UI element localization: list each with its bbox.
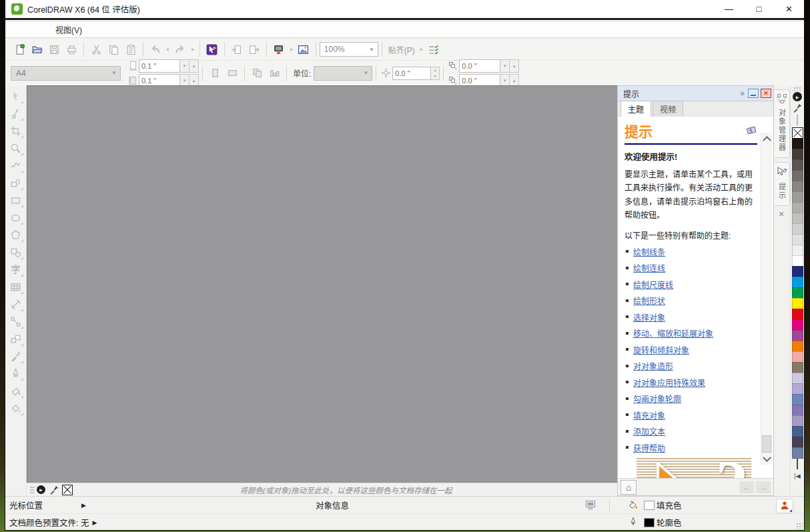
topic-link[interactable]: 移动、缩放和延展对象 (633, 327, 713, 339)
polygon-tool[interactable] (7, 226, 25, 243)
color-swatch[interactable] (792, 394, 803, 405)
color-swatch[interactable] (792, 373, 803, 384)
docker-minimize-button[interactable] (748, 89, 759, 98)
launcher-dropdown-icon[interactable]: ▼ (289, 47, 294, 52)
tab-topics[interactable]: 主题 (621, 101, 651, 117)
zoom-tool[interactable] (7, 139, 25, 157)
paste-button[interactable] (122, 41, 139, 58)
copy-button[interactable] (105, 41, 122, 58)
color-swatch[interactable] (792, 234, 803, 245)
docker-collapse-icon[interactable]: » (740, 89, 745, 98)
eyedropper-icon[interactable] (49, 485, 59, 495)
color-proof-icon[interactable] (584, 500, 596, 510)
topic-link[interactable]: 绘制形状 (633, 295, 665, 306)
fill-tool[interactable] (7, 382, 25, 399)
no-color-swatch[interactable] (792, 127, 803, 139)
undo-button[interactable] (147, 41, 164, 58)
freehand-tool[interactable] (7, 157, 25, 174)
topic-link[interactable]: 添加文本 (633, 425, 665, 437)
portrait-button[interactable] (206, 65, 224, 82)
color-swatch[interactable] (792, 447, 803, 459)
help-book-icon[interactable]: ? (745, 123, 757, 139)
color-swatch[interactable] (792, 213, 803, 224)
color-swatch[interactable] (792, 149, 803, 160)
topic-link[interactable]: 绘制连线 (633, 262, 665, 273)
palette-scroll-up-icon[interactable] (797, 116, 798, 125)
color-swatch[interactable] (792, 298, 803, 309)
palette-flyout-icon[interactable]: ▶ (37, 485, 45, 494)
color-swatch[interactable] (792, 405, 803, 416)
scroll-up-button[interactable] (761, 133, 772, 143)
color-swatch[interactable] (792, 362, 803, 373)
shape-tool[interactable] (7, 105, 25, 122)
basic-shapes-tool[interactable] (7, 243, 25, 261)
cursor-position-expand-icon[interactable]: ▶ (81, 502, 86, 509)
application-launcher-button[interactable] (270, 41, 288, 58)
crop-tool[interactable] (7, 122, 25, 139)
color-eyedropper-tool[interactable] (7, 347, 25, 365)
topic-link[interactable]: 对对象应用特殊效果 (633, 377, 705, 388)
color-swatch[interactable] (792, 255, 803, 267)
outline-pen-tool[interactable] (7, 365, 25, 382)
pick-tool[interactable] (7, 87, 25, 105)
duplicate-x-field[interactable]: 0.0 " (459, 59, 500, 73)
color-swatch[interactable] (792, 426, 803, 437)
color-swatch[interactable] (792, 309, 803, 320)
back-button[interactable]: ← (739, 481, 754, 493)
scroll-down-button[interactable] (761, 454, 772, 465)
new-document-button[interactable] (11, 41, 28, 58)
color-swatch[interactable] (792, 415, 803, 427)
profile-expand-icon[interactable]: ▶ (92, 519, 97, 526)
import-button[interactable] (228, 41, 246, 58)
topic-link[interactable]: 绘制尺度线 (633, 279, 673, 290)
undo-dropdown-icon[interactable]: ▼ (165, 47, 170, 52)
color-swatch[interactable] (792, 351, 803, 363)
palette-grip-icon[interactable] (30, 486, 35, 494)
topic-link[interactable]: 填充对象 (633, 409, 665, 421)
color-swatch[interactable] (792, 159, 803, 171)
color-swatch[interactable] (792, 277, 803, 288)
open-button[interactable] (28, 41, 45, 58)
nudge-spinner[interactable]: ▲▼ (431, 67, 440, 80)
page-width-down-icon[interactable]: ▼ (180, 59, 189, 73)
current-page-button[interactable] (266, 65, 283, 82)
close-button[interactable]: ✕ (774, 0, 804, 18)
topic-link[interactable]: 绘制线条 (633, 246, 665, 257)
topic-link[interactable]: 对对象造形 (633, 360, 673, 371)
scroll-thumb[interactable] (762, 435, 771, 453)
landscape-button[interactable] (224, 65, 241, 82)
welcome-screen-button[interactable] (295, 41, 312, 58)
page-width-field[interactable]: 0.1 " (139, 59, 180, 73)
docker-scrollbar[interactable] (761, 133, 773, 465)
tab-videos[interactable]: 视频 (653, 101, 683, 117)
palette-eyedropper-icon[interactable] (793, 103, 802, 115)
search-content-button[interactable] (204, 41, 221, 58)
color-swatch[interactable] (792, 245, 803, 256)
account-sign-in-button[interactable] (776, 499, 793, 513)
print-button[interactable] (63, 41, 80, 58)
fill-color-swatch[interactable] (644, 501, 655, 510)
resize-grip-icon[interactable] (796, 523, 803, 529)
color-swatch[interactable] (792, 266, 803, 277)
tab-hints[interactable]: ? 提示 (775, 162, 790, 206)
palette-grip-icon[interactable] (793, 87, 801, 91)
color-swatch[interactable] (792, 138, 803, 149)
redo-button[interactable] (171, 41, 189, 58)
units-combobox[interactable]: ▼ (314, 66, 372, 81)
minimize-button[interactable]: — (714, 0, 744, 18)
color-swatch[interactable] (792, 341, 803, 352)
zoom-level-combobox[interactable]: 100% ▼ (320, 42, 378, 57)
duplicate-x-down-icon[interactable]: ▼ (500, 59, 510, 73)
save-button[interactable] (45, 41, 63, 58)
duplicate-x-up-icon[interactable]: ▲ (510, 59, 519, 73)
export-button[interactable] (246, 41, 263, 58)
snap-to-dropdown[interactable]: 贴齐(P) (388, 44, 415, 55)
cut-button[interactable] (87, 41, 105, 58)
nudge-field[interactable]: 0.0 " (392, 67, 431, 80)
color-swatch[interactable] (792, 202, 803, 213)
dimension-tool[interactable] (7, 295, 25, 313)
color-swatch[interactable] (792, 383, 803, 395)
page-width-up-icon[interactable]: ▲ (189, 59, 199, 73)
smart-fill-tool[interactable] (7, 174, 25, 191)
color-swatch[interactable] (792, 170, 803, 181)
